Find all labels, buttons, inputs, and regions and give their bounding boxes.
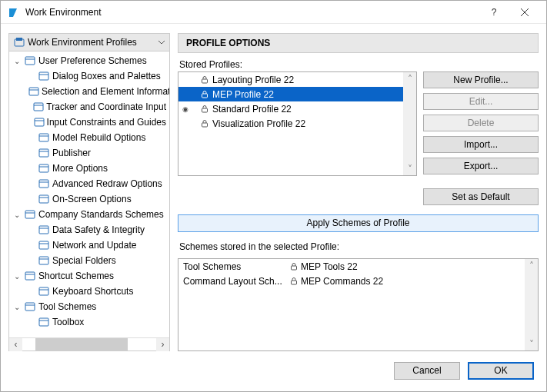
scheme-name-cell: MEP Commands 22 (286, 276, 383, 287)
close-button[interactable] (509, 1, 540, 24)
tree-item-sel[interactable]: Selection and Element Information (9, 84, 169, 99)
item-icon (38, 224, 50, 236)
tree-group-tos[interactable]: ⌄Tool Schemes (9, 299, 169, 314)
import-button[interactable]: Import... (423, 136, 539, 153)
tree-hscrollbar[interactable]: ‹ › (9, 337, 169, 350)
svg-rect-21 (39, 180, 48, 188)
tree-item-aro[interactable]: Advanced Redraw Options (9, 176, 169, 191)
apply-schemes-button[interactable]: Apply Schemes of Profile (178, 214, 539, 232)
svg-rect-43 (202, 108, 208, 112)
tree-item-label: Publisher (52, 148, 91, 158)
tree-group-label: Company Standards Schemes (38, 209, 164, 220)
help-button[interactable]: ? (479, 1, 509, 24)
svg-rect-39 (39, 318, 48, 326)
folder-icon (24, 208, 36, 221)
svg-rect-35 (39, 287, 48, 295)
item-icon (34, 116, 45, 128)
schemes-list[interactable]: Tool SchemesMEP Tools 22Command Layout S… (178, 258, 539, 351)
profiles-vscrollbar[interactable]: ˄ ˅ (403, 72, 416, 175)
stored-profiles-label: Stored Profiles: (178, 58, 417, 71)
profile-row[interactable]: Layouting Profile 22 (178, 72, 416, 87)
item-icon (33, 101, 44, 113)
tree-header[interactable]: Work Environment Profiles (9, 34, 169, 51)
tree-header-label: Work Environment Profiles (28, 37, 137, 48)
svg-rect-44 (202, 123, 208, 127)
scroll-right-arrow[interactable]: › (156, 338, 169, 351)
profile-name: Layouting Profile 22 (212, 75, 294, 85)
tree-item-label: Input Constraints and Guides (47, 117, 166, 128)
caret-icon: ⌄ (12, 57, 22, 65)
export-button[interactable]: Export... (423, 158, 539, 174)
tree-item-label: On-Screen Options (52, 194, 132, 204)
tree-item-dlg[interactable]: Dialog Boxes and Palettes (9, 68, 169, 84)
item-icon (38, 193, 50, 205)
scroll-down-arrow[interactable]: ˅ (403, 162, 416, 175)
tree-item-label: Special Folders (52, 255, 116, 266)
delete-button: Delete (423, 115, 539, 131)
tree-item-trk[interactable]: Tracker and Coordinate Input (9, 99, 169, 115)
tree-item-mor[interactable]: More Options (9, 161, 169, 176)
right-pane: PROFILE OPTIONS Stored Profiles: Layouti… (178, 33, 539, 351)
scheme-row[interactable]: Command Layout Sch...MEP Commands 22 (178, 274, 538, 288)
tree-group-ups[interactable]: ⌄User Preference Schemes (9, 53, 169, 68)
new-profile-button[interactable]: New Profile... (423, 71, 539, 88)
stored-profiles-list[interactable]: Layouting Profile 22MEP Profile 22◉Stand… (178, 71, 417, 176)
tree-item-tbx[interactable]: Toolbox (9, 314, 169, 330)
item-icon (38, 285, 50, 297)
svg-rect-19 (39, 164, 48, 172)
svg-rect-46 (292, 281, 297, 284)
tree-item-label: Data Safety & Integrity (52, 224, 145, 235)
svg-rect-31 (39, 257, 48, 264)
item-icon (38, 316, 50, 328)
folder-icon (24, 55, 36, 67)
lock-icon (200, 119, 209, 128)
scheme-row[interactable]: Tool SchemesMEP Tools 22 (178, 259, 538, 274)
tree-item-kbs[interactable]: Keyboard Shortcuts (9, 284, 169, 299)
tree-group-shs[interactable]: ⌄Shortcut Schemes (9, 268, 169, 284)
lock-icon (200, 90, 209, 99)
svg-rect-37 (25, 303, 35, 311)
scroll-up-arrow[interactable]: ˄ (525, 259, 538, 272)
tree-item-pub[interactable]: Publisher (9, 145, 169, 161)
lock-icon (289, 262, 299, 271)
lock-icon (200, 105, 209, 114)
item-icon (28, 85, 39, 98)
svg-rect-15 (39, 134, 48, 141)
tree-item-mro[interactable]: Model Rebuild Options (9, 130, 169, 145)
profiles-tree[interactable]: ⌄User Preference SchemesDialog Boxes and… (9, 51, 169, 337)
ok-button[interactable]: OK (468, 362, 534, 380)
item-icon (38, 178, 50, 190)
profiles-area: Stored Profiles: Layouting Profile 22MEP… (178, 58, 539, 205)
scheme-category: Command Layout Sch... (178, 276, 286, 287)
profile-row[interactable]: MEP Profile 22 (178, 87, 416, 101)
profile-row[interactable]: ◉Standard Profile 22 (178, 101, 416, 116)
tree-group-cos[interactable]: ⌄Company Standards Schemes (9, 207, 169, 222)
tree-item-label: Dialog Boxes and Palettes (52, 71, 161, 81)
profile-row[interactable]: Visualization Profile 22 (178, 116, 416, 131)
scroll-left-arrow[interactable]: ‹ (9, 338, 22, 351)
set-default-button[interactable]: Set as Default (423, 188, 539, 205)
lock-icon (289, 277, 299, 286)
svg-rect-23 (39, 195, 48, 203)
profile-options-label: PROFILE OPTIONS (186, 38, 270, 48)
tree-item-nup[interactable]: Network and Update (9, 238, 169, 253)
schemes-vscrollbar[interactable]: ˄ ˅ (525, 259, 538, 350)
tree-item-oso[interactable]: On-Screen Options (9, 191, 169, 207)
caret-icon: ⌄ (12, 272, 22, 281)
scroll-thumb[interactable] (35, 338, 128, 351)
tree-item-dsi[interactable]: Data Safety & Integrity (9, 222, 169, 238)
svg-rect-27 (39, 226, 48, 234)
titlebar: Work Environment ? (1, 1, 546, 24)
svg-rect-17 (39, 149, 48, 157)
tree-item-label: Selection and Element Information (42, 86, 169, 97)
tree-item-inp[interactable]: Input Constraints and Guides (9, 115, 169, 130)
item-icon (38, 254, 50, 267)
scroll-down-arrow[interactable]: ˅ (525, 337, 538, 350)
svg-rect-25 (25, 211, 35, 218)
cancel-button[interactable]: Cancel (394, 362, 460, 380)
scroll-up-arrow[interactable]: ˄ (403, 72, 416, 85)
item-icon (38, 70, 50, 82)
item-icon (38, 131, 50, 144)
profile-name: MEP Profile 22 (212, 89, 274, 100)
tree-item-spf[interactable]: Special Folders (9, 253, 169, 268)
